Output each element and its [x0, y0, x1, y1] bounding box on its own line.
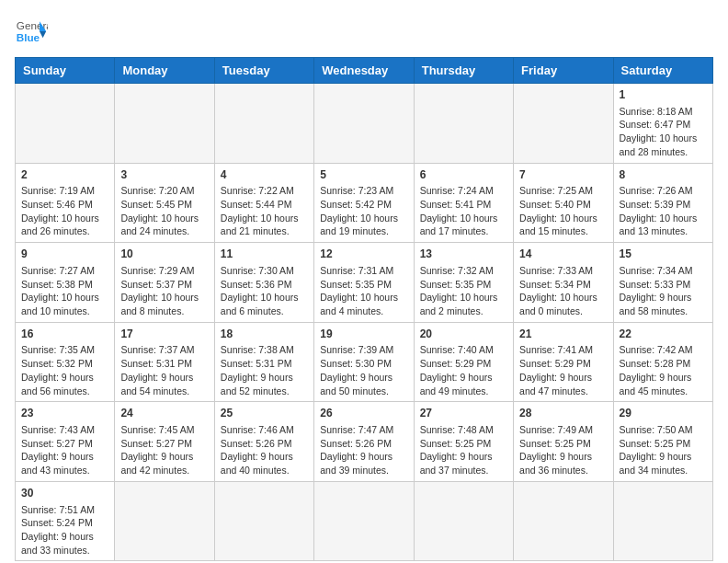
calendar-cell: 30Sunrise: 7:51 AM Sunset: 5:24 PM Dayli…	[16, 481, 115, 561]
day-number: 12	[320, 247, 407, 262]
day-info: Sunrise: 7:33 AM Sunset: 5:34 PM Dayligh…	[519, 264, 607, 318]
day-number: 27	[420, 406, 507, 421]
calendar-cell: 5Sunrise: 7:23 AM Sunset: 5:42 PM Daylig…	[314, 163, 414, 243]
day-number: 16	[21, 327, 108, 342]
day-number: 22	[620, 327, 707, 342]
day-number: 25	[221, 406, 308, 421]
day-info: Sunrise: 7:43 AM Sunset: 5:27 PM Dayligh…	[21, 423, 108, 477]
day-number: 17	[120, 327, 208, 342]
calendar-cell	[16, 84, 115, 164]
day-info: Sunrise: 7:19 AM Sunset: 5:46 PM Dayligh…	[21, 184, 108, 238]
logo: General Blue	[15, 15, 48, 48]
logo-icon: General Blue	[15, 15, 48, 48]
day-info: Sunrise: 7:41 AM Sunset: 5:29 PM Dayligh…	[519, 343, 607, 397]
day-number: 3	[120, 167, 208, 183]
day-info: Sunrise: 7:51 AM Sunset: 5:24 PM Dayligh…	[21, 503, 108, 557]
day-header-sunday: Sunday	[16, 58, 115, 84]
calendar-cell	[115, 84, 214, 164]
day-number: 30	[21, 486, 108, 501]
day-info: Sunrise: 7:26 AM Sunset: 5:39 PM Dayligh…	[620, 184, 707, 238]
day-header-thursday: Thursday	[414, 58, 513, 84]
day-number: 6	[420, 167, 507, 183]
day-number: 13	[420, 247, 507, 262]
calendar-cell: 1Sunrise: 8:18 AM Sunset: 6:47 PM Daylig…	[613, 84, 712, 164]
calendar-cell: 4Sunrise: 7:22 AM Sunset: 5:44 PM Daylig…	[214, 163, 313, 243]
svg-text:Blue: Blue	[17, 31, 40, 43]
day-info: Sunrise: 7:20 AM Sunset: 5:45 PM Dayligh…	[120, 184, 208, 238]
day-info: Sunrise: 7:48 AM Sunset: 5:25 PM Dayligh…	[420, 423, 507, 477]
day-info: Sunrise: 7:42 AM Sunset: 5:28 PM Dayligh…	[620, 343, 707, 397]
day-number: 18	[221, 327, 308, 342]
day-info: Sunrise: 8:18 AM Sunset: 6:47 PM Dayligh…	[620, 105, 707, 159]
day-info: Sunrise: 7:49 AM Sunset: 5:25 PM Dayligh…	[519, 423, 607, 477]
calendar-week-row: 9Sunrise: 7:27 AM Sunset: 5:38 PM Daylig…	[16, 243, 713, 323]
day-number: 2	[21, 167, 108, 183]
calendar-cell: 28Sunrise: 7:49 AM Sunset: 5:25 PM Dayli…	[514, 402, 613, 482]
calendar-cell: 17Sunrise: 7:37 AM Sunset: 5:31 PM Dayli…	[115, 322, 214, 402]
day-number: 8	[620, 167, 707, 183]
day-info: Sunrise: 7:31 AM Sunset: 5:35 PM Dayligh…	[320, 264, 407, 318]
day-number: 28	[519, 406, 607, 421]
day-number: 10	[120, 247, 208, 262]
calendar-cell	[514, 84, 613, 164]
calendar-cell: 29Sunrise: 7:50 AM Sunset: 5:25 PM Dayli…	[613, 402, 712, 482]
day-info: Sunrise: 7:40 AM Sunset: 5:29 PM Dayligh…	[420, 343, 507, 397]
calendar-cell: 12Sunrise: 7:31 AM Sunset: 5:35 PM Dayli…	[314, 243, 414, 323]
day-number: 21	[519, 327, 607, 342]
calendar-cell: 20Sunrise: 7:40 AM Sunset: 5:29 PM Dayli…	[414, 322, 513, 402]
calendar-cell: 26Sunrise: 7:47 AM Sunset: 5:26 PM Dayli…	[314, 402, 414, 482]
day-number: 23	[21, 406, 108, 421]
day-info: Sunrise: 7:50 AM Sunset: 5:25 PM Dayligh…	[620, 423, 707, 477]
calendar-cell	[514, 481, 613, 561]
calendar-week-row: 30Sunrise: 7:51 AM Sunset: 5:24 PM Dayli…	[16, 481, 713, 561]
day-info: Sunrise: 7:24 AM Sunset: 5:41 PM Dayligh…	[420, 184, 507, 238]
day-info: Sunrise: 7:23 AM Sunset: 5:42 PM Dayligh…	[320, 184, 407, 238]
calendar-cell	[115, 481, 214, 561]
calendar-cell: 2Sunrise: 7:19 AM Sunset: 5:46 PM Daylig…	[16, 163, 115, 243]
calendar-cell: 16Sunrise: 7:35 AM Sunset: 5:32 PM Dayli…	[16, 322, 115, 402]
day-info: Sunrise: 7:37 AM Sunset: 5:31 PM Dayligh…	[120, 343, 208, 397]
calendar-cell	[613, 481, 712, 561]
day-number: 20	[420, 327, 507, 342]
day-info: Sunrise: 7:47 AM Sunset: 5:26 PM Dayligh…	[320, 423, 407, 477]
day-number: 11	[221, 247, 308, 262]
calendar-cell: 8Sunrise: 7:26 AM Sunset: 5:39 PM Daylig…	[613, 163, 712, 243]
calendar-cell: 22Sunrise: 7:42 AM Sunset: 5:28 PM Dayli…	[613, 322, 712, 402]
calendar-cell: 21Sunrise: 7:41 AM Sunset: 5:29 PM Dayli…	[514, 322, 613, 402]
calendar-table: SundayMondayTuesdayWednesdayThursdayFrid…	[15, 57, 713, 561]
calendar-cell: 24Sunrise: 7:45 AM Sunset: 5:27 PM Dayli…	[115, 402, 214, 482]
calendar-cell: 15Sunrise: 7:34 AM Sunset: 5:33 PM Dayli…	[613, 243, 712, 323]
day-header-monday: Monday	[115, 58, 214, 84]
calendar-week-row: 16Sunrise: 7:35 AM Sunset: 5:32 PM Dayli…	[16, 322, 713, 402]
day-info: Sunrise: 7:25 AM Sunset: 5:40 PM Dayligh…	[519, 184, 607, 238]
day-number: 19	[320, 327, 407, 342]
day-info: Sunrise: 7:22 AM Sunset: 5:44 PM Dayligh…	[221, 184, 308, 238]
day-info: Sunrise: 7:35 AM Sunset: 5:32 PM Dayligh…	[21, 343, 108, 397]
day-number: 4	[221, 167, 308, 183]
day-number: 24	[120, 406, 208, 421]
day-info: Sunrise: 7:45 AM Sunset: 5:27 PM Dayligh…	[120, 423, 208, 477]
day-info: Sunrise: 7:38 AM Sunset: 5:31 PM Dayligh…	[221, 343, 308, 397]
calendar-cell: 18Sunrise: 7:38 AM Sunset: 5:31 PM Dayli…	[214, 322, 313, 402]
calendar-cell: 9Sunrise: 7:27 AM Sunset: 5:38 PM Daylig…	[16, 243, 115, 323]
day-number: 7	[519, 167, 607, 183]
calendar-cell: 10Sunrise: 7:29 AM Sunset: 5:37 PM Dayli…	[115, 243, 214, 323]
calendar-week-row: 1Sunrise: 8:18 AM Sunset: 6:47 PM Daylig…	[16, 84, 713, 164]
calendar-cell	[314, 481, 414, 561]
day-info: Sunrise: 7:27 AM Sunset: 5:38 PM Dayligh…	[21, 264, 108, 318]
calendar-cell	[214, 84, 313, 164]
day-number: 29	[620, 406, 707, 421]
calendar-week-row: 23Sunrise: 7:43 AM Sunset: 5:27 PM Dayli…	[16, 402, 713, 482]
day-number: 15	[620, 247, 707, 262]
calendar-cell: 14Sunrise: 7:33 AM Sunset: 5:34 PM Dayli…	[514, 243, 613, 323]
day-header-wednesday: Wednesday	[314, 58, 414, 84]
calendar-cell	[414, 481, 513, 561]
calendar-cell	[314, 84, 414, 164]
calendar-cell: 6Sunrise: 7:24 AM Sunset: 5:41 PM Daylig…	[414, 163, 513, 243]
calendar-cell	[214, 481, 313, 561]
calendar-cell: 13Sunrise: 7:32 AM Sunset: 5:35 PM Dayli…	[414, 243, 513, 323]
calendar-cell: 23Sunrise: 7:43 AM Sunset: 5:27 PM Dayli…	[16, 402, 115, 482]
svg-marker-3	[40, 31, 46, 38]
calendar-week-row: 2Sunrise: 7:19 AM Sunset: 5:46 PM Daylig…	[16, 163, 713, 243]
day-header-saturday: Saturday	[613, 58, 712, 84]
